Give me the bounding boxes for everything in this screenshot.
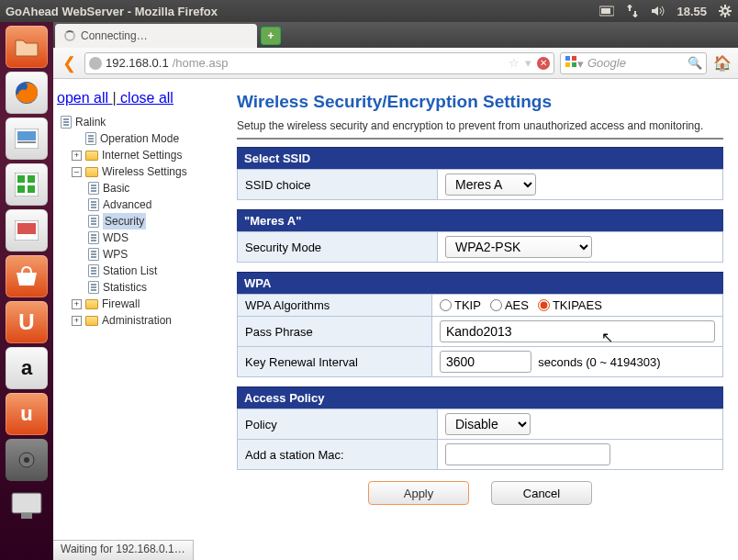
- svg-rect-27: [565, 56, 570, 61]
- pass-phrase-label: Pass Phrase: [238, 317, 432, 347]
- svg-rect-22: [17, 223, 36, 234]
- nav-tree: Ralink Operation Mode +Internet Settings…: [57, 114, 228, 329]
- svg-rect-30: [572, 62, 576, 67]
- launcher-software-center-icon[interactable]: [6, 255, 48, 297]
- volume-icon[interactable]: [651, 5, 665, 17]
- page-icon: [85, 132, 96, 145]
- folder-icon: [85, 316, 98, 326]
- window-title: GoAhead WebServer - Mozilla Firefox: [6, 5, 599, 18]
- folder-icon: [85, 151, 98, 161]
- policy-select[interactable]: Disable: [445, 413, 531, 435]
- page-icon: [88, 231, 99, 244]
- launcher-image-viewer-icon[interactable]: [6, 118, 48, 160]
- loading-spinner-icon: [64, 30, 75, 41]
- button-row: Apply Cancel: [237, 481, 723, 505]
- section-wpa: WPA: [237, 272, 723, 294]
- bookmark-star-icon[interactable]: ☆: [509, 56, 520, 70]
- radio-tkip[interactable]: TKIP: [440, 298, 481, 312]
- close-all-link[interactable]: close all: [120, 90, 173, 106]
- launcher-ubuntu-one-icon[interactable]: U: [6, 301, 48, 343]
- policy-label: Policy: [238, 409, 438, 440]
- search-engine-icon[interactable]: ▾: [565, 55, 584, 71]
- tree-firewall[interactable]: +Firewall: [57, 296, 228, 312]
- unity-launcher: U a u: [0, 22, 53, 560]
- expand-icon[interactable]: +: [72, 299, 82, 309]
- page-icon: [61, 116, 72, 129]
- launcher-files-icon[interactable]: [6, 26, 48, 68]
- home-button[interactable]: 🏠: [712, 53, 732, 73]
- tree-security[interactable]: Security: [57, 213, 228, 230]
- svg-rect-18: [28, 175, 35, 183]
- desktop-top-panel: GoAhead WebServer - Mozilla Firefox 18.5…: [0, 0, 738, 22]
- cancel-button[interactable]: Cancel: [491, 481, 592, 505]
- radio-aes[interactable]: AES: [490, 298, 529, 312]
- access-policy-table: Policy Disable Add a station Mac:: [237, 409, 723, 470]
- key-renewal-label: Key Renewal Interval: [238, 347, 432, 377]
- back-button[interactable]: ❮: [59, 53, 79, 73]
- svg-line-8: [721, 6, 722, 8]
- network-icon[interactable]: [625, 5, 640, 17]
- expand-icon[interactable]: +: [72, 151, 82, 161]
- svg-rect-15: [17, 141, 36, 143]
- svg-rect-14: [17, 131, 36, 140]
- tree-internet-settings[interactable]: +Internet Settings: [57, 147, 228, 163]
- key-renewal-suffix: seconds (0 ~ 4194303): [538, 355, 660, 369]
- svg-line-9: [728, 14, 730, 16]
- launcher-ubuntu-icon[interactable]: u: [6, 393, 48, 435]
- battery-icon[interactable]: [599, 5, 614, 17]
- tree-basic[interactable]: Basic: [57, 180, 228, 196]
- new-tab-button[interactable]: +: [261, 27, 281, 45]
- tree-statistics[interactable]: Statistics: [57, 279, 228, 296]
- launcher-workspace-icon[interactable]: [6, 485, 48, 527]
- url-path: /home.asp: [173, 56, 229, 70]
- add-mac-input[interactable]: [445, 443, 610, 465]
- pass-phrase-input[interactable]: [440, 320, 715, 342]
- launcher-firefox-icon[interactable]: [6, 72, 48, 114]
- search-bar[interactable]: ▾ Google 🔍: [560, 52, 707, 74]
- ssid-choice-select[interactable]: Meres A: [445, 174, 536, 196]
- clock[interactable]: 18.55: [676, 5, 707, 18]
- launcher-amazon-icon[interactable]: a: [6, 347, 48, 389]
- ssid-choice-label: SSID choice: [238, 170, 438, 200]
- tree-operation-mode[interactable]: Operation Mode: [57, 130, 228, 147]
- collapse-icon[interactable]: –: [72, 167, 82, 177]
- launcher-settings-icon[interactable]: [6, 439, 48, 481]
- add-mac-label: Add a station Mac:: [238, 440, 438, 470]
- page-icon: [88, 182, 99, 195]
- folder-icon: [85, 299, 98, 309]
- tree-root[interactable]: Ralink: [57, 114, 228, 130]
- url-bar[interactable]: 192.168.0.1/home.asp ☆ ▾ ✕: [84, 52, 554, 74]
- tree-wps[interactable]: WPS: [57, 246, 228, 263]
- browser-tab[interactable]: Connecting…: [55, 24, 257, 48]
- stop-button[interactable]: ✕: [537, 57, 550, 70]
- main-content: Wireless Security/Encryption Settings Se…: [231, 79, 738, 560]
- section-select-ssid: Select SSID: [237, 147, 723, 169]
- svg-rect-20: [28, 185, 35, 193]
- page-description: Setup the wireless security and encrypti…: [237, 119, 723, 132]
- search-icon[interactable]: 🔍: [688, 56, 702, 70]
- tree-advanced[interactable]: Advanced: [57, 196, 228, 213]
- expand-icon[interactable]: +: [72, 316, 82, 326]
- radio-tkipaes[interactable]: TKIPAES: [538, 298, 602, 312]
- tab-title: Connecting…: [81, 29, 148, 42]
- gear-icon[interactable]: [718, 5, 732, 17]
- tree-wireless-settings[interactable]: –Wireless Settings: [57, 163, 228, 180]
- apply-button[interactable]: Apply: [368, 481, 469, 505]
- tab-strip: Connecting… +: [53, 22, 738, 48]
- tree-station-list[interactable]: Station List: [57, 263, 228, 279]
- launcher-calc-icon[interactable]: [6, 163, 48, 206]
- key-renewal-input[interactable]: [440, 351, 531, 373]
- open-all-link[interactable]: open all: [57, 90, 108, 106]
- launcher-impress-icon[interactable]: [6, 209, 48, 252]
- ssid-table: SSID choice Meres A: [237, 169, 723, 200]
- tree-administration[interactable]: +Administration: [57, 312, 228, 329]
- section-ssid-name: "Meres A": [237, 209, 723, 231]
- security-mode-select[interactable]: WPA2-PSK: [445, 236, 592, 258]
- tree-wds[interactable]: WDS: [57, 230, 228, 246]
- folder-icon: [85, 167, 98, 177]
- tree-controls: open all | close all: [57, 90, 228, 106]
- svg-line-11: [721, 14, 722, 16]
- divider: [237, 138, 723, 140]
- security-mode-label: Security Mode: [238, 232, 438, 263]
- firefox-window: Connecting… + ❮ 192.168.0.1/home.asp ☆ ▾…: [53, 22, 738, 560]
